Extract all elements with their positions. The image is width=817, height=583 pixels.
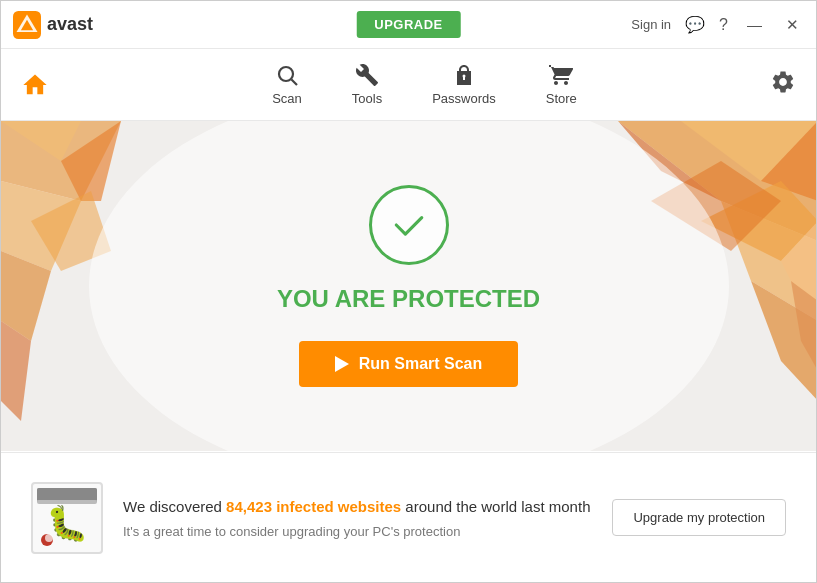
title-bar: avast UPGRADE Sign in 💬 ? — ✕ <box>1 1 816 49</box>
passwords-icon <box>452 63 476 87</box>
scan-icon <box>275 63 299 87</box>
home-nav-button[interactable] <box>21 71 49 99</box>
settings-icon <box>770 69 796 95</box>
chat-icon-button[interactable]: 💬 <box>685 15 705 34</box>
upgrade-button[interactable]: UPGRADE <box>356 11 461 38</box>
headline-prefix: We discovered <box>123 498 226 515</box>
run-smart-scan-button[interactable]: Run Smart Scan <box>299 341 519 387</box>
run-smart-scan-label: Run Smart Scan <box>359 355 483 373</box>
settings-button[interactable] <box>770 69 796 101</box>
nav-tools[interactable]: Tools <box>332 55 402 114</box>
bottom-panel: 🐛 We discovered 84,423 infected websites… <box>1 452 816 582</box>
svg-point-1 <box>279 67 293 81</box>
nav-passwords[interactable]: Passwords <box>412 55 516 114</box>
minimize-button[interactable]: — <box>742 14 767 35</box>
headline-highlight: 84,423 infected websites <box>226 498 401 515</box>
svg-rect-4 <box>463 76 465 80</box>
bottom-subtext: It's a great time to consider upgrading … <box>123 524 592 539</box>
close-button[interactable]: ✕ <box>781 14 804 36</box>
passwords-label: Passwords <box>432 91 496 106</box>
home-icon <box>21 71 49 99</box>
store-label: Store <box>546 91 577 106</box>
protected-area: YOU ARE PROTECTED Run Smart Scan <box>1 121 816 451</box>
scan-label: Scan <box>272 91 302 106</box>
bug-icon-wrapper: 🐛 <box>31 482 103 554</box>
sign-in-link[interactable]: Sign in <box>631 17 671 32</box>
bottom-info-text: We discovered 84,423 infected websites a… <box>123 496 592 540</box>
svg-line-2 <box>291 80 297 86</box>
help-icon-button[interactable]: ? <box>719 16 728 34</box>
play-icon <box>335 356 349 372</box>
nav-scan[interactable]: Scan <box>252 55 322 114</box>
upgrade-protection-button[interactable]: Upgrade my protection <box>612 499 786 536</box>
avast-logo-icon <box>13 11 41 39</box>
tools-icon <box>355 63 379 87</box>
nav-store[interactable]: Store <box>526 55 597 114</box>
protection-status-text: YOU ARE PROTECTED <box>277 285 540 313</box>
main-content: YOU ARE PROTECTED Run Smart Scan 🐛 We di… <box>1 121 816 582</box>
headline-suffix: around the world last month <box>401 498 590 515</box>
status-protected: PROTECTED <box>392 285 540 312</box>
logo-area: avast <box>13 11 93 39</box>
checkmark-icon <box>389 205 429 245</box>
status-prefix: YOU ARE <box>277 285 392 312</box>
bottom-headline: We discovered 84,423 infected websites a… <box>123 496 592 519</box>
check-circle <box>369 185 449 265</box>
tools-label: Tools <box>352 91 382 106</box>
nav-bar: Scan Tools Passwords <box>1 49 816 121</box>
store-icon <box>549 63 573 87</box>
logo-text: avast <box>47 14 93 35</box>
title-bar-actions: Sign in 💬 ? — ✕ <box>631 14 804 36</box>
nav-items: Scan Tools Passwords <box>79 55 770 114</box>
